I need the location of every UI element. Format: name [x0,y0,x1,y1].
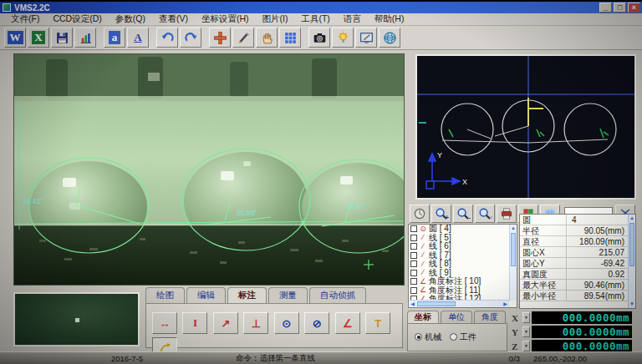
cross-icon [213,31,227,45]
label-lowercase-button[interactable]: a [104,28,125,48]
zoom-in-button[interactable]: + [431,205,451,223]
perpendicular-button[interactable]: ⊥ [243,312,268,334]
maximize-button[interactable]: □ [614,3,626,13]
checkbox[interactable] [410,278,417,285]
checkbox[interactable] [410,243,417,250]
menu-help[interactable]: 帮助(H) [369,13,410,26]
report-chart-button[interactable] [74,28,96,48]
scroll-left-icon[interactable]: ◀ [409,301,416,307]
radio-workpiece[interactable]: 工件 [450,331,476,343]
globe-icon [383,31,397,45]
checkbox[interactable] [410,225,417,232]
checkbox[interactable] [410,270,417,276]
scroll-thumb[interactable] [511,233,516,266]
axis-x-dropdown[interactable]: ▼ [522,312,530,323]
line-glyph-icon: ∕ [419,243,427,250]
scroll-thumb[interactable] [417,301,456,306]
uppercase-a-icon: A [134,31,141,44]
close-button[interactable]: × [628,3,640,13]
light-button[interactable] [332,28,354,48]
angle-glyph-icon: ∠ [419,278,427,286]
cad-preview[interactable]: Y X [415,54,636,200]
menu-tools[interactable]: 工具(T) [295,13,335,26]
text-annotation-button[interactable]: T [365,312,390,334]
scroll-thumb[interactable] [629,223,634,266]
label-uppercase-button[interactable]: A [127,28,149,48]
list-horizontal-scrollbar[interactable]: ◀ ▶ [409,300,509,307]
angle-label-left: 20.42° [23,197,43,205]
menu-coordinate-settings[interactable]: 坐标设置(H) [196,13,255,26]
diagonal-arrow-icon: ↗ [221,317,230,330]
menu-file[interactable]: 文件(F) [5,13,45,26]
table-header: 圆4 [520,215,635,225]
export-excel-button[interactable]: X [28,28,49,48]
redo-button[interactable] [180,28,201,48]
checkbox[interactable] [410,287,417,294]
menu-parameters[interactable]: 参数(Q) [110,13,151,26]
scroll-up-icon[interactable]: ▲ [510,225,517,232]
minimize-button[interactable]: _ [599,3,612,13]
undo-button[interactable] [156,28,178,48]
scroll-right-icon[interactable]: ▶ [502,301,509,307]
toolbar-separator [302,28,308,47]
menu-language[interactable]: 语言 [338,13,367,26]
export-word-button[interactable]: W [4,28,26,48]
axis-y-dropdown[interactable]: ▼ [522,326,530,337]
zoom-fit-button[interactable]: ▫ [475,205,495,223]
toolbar-separator [97,28,103,47]
horizontal-distance-button[interactable]: ↔ [152,312,177,334]
display-button[interactable] [355,28,377,48]
menu-image[interactable]: 图片(I) [257,13,294,26]
pan-button[interactable] [256,28,278,48]
print-button[interactable] [497,205,517,223]
vertical-distance-button[interactable]: I [182,312,207,334]
diameter-button[interactable]: ⊙ [274,312,299,334]
list-item[interactable]: ∕线 [ 5] [409,234,517,243]
tab-angle[interactable]: 角度 [474,311,506,323]
radio-icon [450,333,457,341]
tab-units[interactable]: 单位 [441,311,472,323]
menu-ccd-settings[interactable]: CCD设定(D) [47,13,107,26]
list-item[interactable]: ∕线 [ 8] [409,260,517,269]
grid-button[interactable] [279,28,301,48]
list-vertical-scrollbar[interactable]: ▲ [509,225,517,301]
list-item[interactable]: ∕线 [ 7] [409,251,517,260]
horizontal-arrow-icon: ↔ [160,317,171,330]
save-button[interactable] [51,28,73,48]
main-toolbar: W X a A [0,26,642,50]
excel-icon: X [32,31,44,44]
list-item[interactable]: ∕线 [ 6] [409,242,517,251]
toolbar-separator [150,28,155,47]
video-view[interactable]: 20.42° 20.93° 19.17° [13,53,405,286]
navigator-thumbnail[interactable] [13,292,140,346]
coordinate-panel: 坐标 单位 角度 机械 工件 [407,311,507,352]
title-bar[interactable]: VMS2.2C _ □ × [0,2,642,13]
list-item[interactable]: ⊙圆 [ 4] [409,225,517,234]
scroll-down-icon[interactable]: ▼ [629,301,635,308]
dial-button[interactable] [410,205,430,223]
table-vertical-scrollbar[interactable]: ▲ ▼ [628,215,635,308]
radius-button[interactable]: ⊘ [304,312,329,334]
angle-annotation-button[interactable]: ∠ [335,312,360,334]
capture-button[interactable] [308,28,330,48]
checkbox[interactable] [410,260,417,267]
crosshair-button[interactable] [209,28,231,48]
axis-z-dropdown[interactable]: ▼ [522,341,530,351]
tab-draw[interactable]: 绘图 [145,287,185,303]
tab-measure[interactable]: 测量 [268,287,308,303]
axis-z-value: 000.0000mm [532,340,632,352]
checkbox[interactable] [410,252,417,259]
checkbox[interactable] [410,235,417,241]
draw-pen-button[interactable] [232,28,254,48]
tab-autodetect[interactable]: 自动侦抓 [309,287,366,303]
scroll-up-icon[interactable]: ▲ [629,215,635,222]
zoom-out-button[interactable]: - [453,205,473,223]
tab-coordinates[interactable]: 坐标 [407,311,439,323]
tab-edit[interactable]: 编辑 [186,287,226,303]
network-button[interactable] [379,28,400,48]
point-distance-button[interactable]: ↗ [213,312,238,334]
tab-annotate[interactable]: 标注 [227,287,267,303]
circle-dot-icon: ⊙ [282,317,291,330]
radio-machine[interactable]: 机械 [415,331,441,343]
menu-view[interactable]: 查看(V) [153,13,194,26]
